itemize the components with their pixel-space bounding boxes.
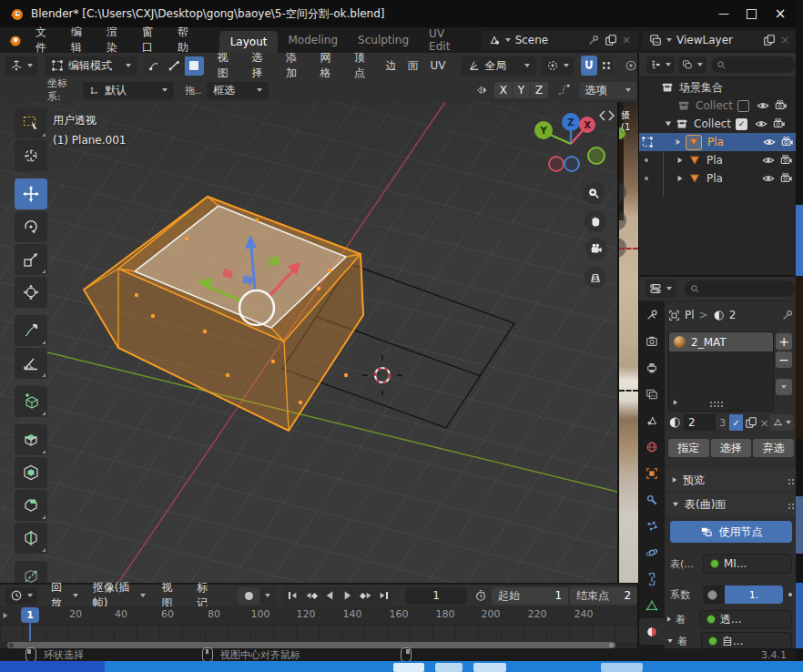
outliner-row-collection-2[interactable]: Collect ✓ — [639, 115, 796, 133]
new-viewlayer-icon[interactable] — [763, 34, 776, 46]
tab-physics[interactable] — [639, 539, 665, 565]
knife-tool[interactable] — [15, 561, 47, 583]
jump-to-end-button[interactable] — [375, 587, 392, 605]
outliner-row-scene-collection[interactable]: 场景集合 — [639, 78, 796, 97]
zoom-view-button[interactable] — [583, 182, 605, 204]
panel-drag-grip[interactable] — [788, 504, 790, 505]
loop-cut-tool[interactable] — [15, 523, 47, 554]
tab-render[interactable] — [639, 328, 665, 354]
expand-icon[interactable] — [678, 176, 683, 181]
menu-face[interactable]: 面 — [402, 58, 424, 74]
tab-modifiers[interactable] — [639, 486, 665, 513]
snap-toggle-button[interactable] — [581, 56, 597, 76]
socket-expand-icon[interactable] — [667, 639, 673, 643]
pin-icon[interactable] — [587, 34, 600, 46]
fake-user-toggle[interactable]: ✓ — [729, 414, 743, 431]
hide-eye-icon[interactable] — [755, 117, 767, 130]
camera-viewport-strip[interactable]: 摄 (1 — [618, 102, 640, 583]
assign-button[interactable]: 指定 — [668, 439, 709, 457]
playback-dropdown[interactable]: 回放 — [45, 587, 85, 605]
menu-edge[interactable]: 边 — [381, 58, 402, 74]
copy-material-icon[interactable] — [745, 416, 757, 429]
list-expand-icon[interactable] — [674, 400, 677, 405]
tab-material[interactable] — [639, 618, 665, 645]
end-frame-field[interactable]: 结束点 2 — [570, 587, 637, 605]
add-material-slot-button[interactable]: + — [776, 333, 792, 350]
scale-tool[interactable] — [15, 244, 47, 275]
pivot-dropdown[interactable] — [542, 56, 574, 76]
transform-tool[interactable] — [15, 277, 47, 308]
outliner-row-plane-active[interactable]: Pla — [639, 133, 796, 151]
face-select-button[interactable] — [185, 56, 204, 76]
timeline-channel-area[interactable] — [0, 625, 637, 642]
bevel-tool[interactable] — [15, 490, 47, 521]
properties-editor-type-button[interactable] — [645, 280, 676, 298]
breadcrumb-material-name[interactable]: 2 — [729, 309, 737, 321]
move-tool[interactable] — [15, 178, 47, 209]
tab-constraints[interactable] — [639, 565, 665, 592]
tab-output[interactable] — [639, 354, 665, 381]
drag-mode-dropdown[interactable]: 框选 — [207, 82, 269, 99]
surface-shader-dropdown[interactable]: MI... — [703, 554, 792, 574]
outliner-row-plane-3[interactable]: Pla — [639, 169, 796, 188]
list-resize-grip[interactable] — [710, 402, 712, 403]
mirror-z-button[interactable]: Z — [531, 82, 548, 98]
options-dropdown[interactable]: 选项 — [579, 82, 637, 99]
pan-view-button[interactable] — [584, 210, 606, 232]
use-nodes-button[interactable]: 使用节点 — [670, 521, 792, 543]
menu-vertex[interactable]: 顶点 — [346, 50, 381, 81]
orientation-dropdown[interactable]: 全局 — [462, 56, 536, 76]
menu-file[interactable]: 文件 — [27, 25, 63, 56]
outliner-search-input[interactable] — [711, 56, 796, 73]
tab-tool[interactable] — [639, 301, 665, 328]
rotate-tool[interactable] — [15, 211, 47, 242]
menu-mesh[interactable]: 网格 — [311, 50, 346, 81]
disable-render-icon[interactable] — [773, 117, 786, 130]
remove-material-slot-button[interactable]: − — [776, 351, 792, 368]
breadcrumb-object-name[interactable]: Pl — [685, 309, 695, 321]
blender-menu-icon[interactable] — [7, 33, 22, 47]
outliner-display-dropdown[interactable] — [646, 56, 675, 74]
annotate-tool[interactable] — [15, 315, 47, 346]
factor-slider[interactable]: 1. — [703, 585, 783, 604]
play-button[interactable] — [339, 587, 356, 605]
surface-panel-header[interactable]: 表(曲)面 — [666, 494, 803, 515]
viewlayer-selector[interactable]: ViewLayer × — [643, 31, 796, 50]
material-slot-active[interactable]: 2_MAT — [669, 332, 773, 351]
unlink-material-icon[interactable]: × — [759, 416, 769, 430]
unlink-scene-icon[interactable]: × — [622, 34, 631, 46]
timeline-scrollbar[interactable] — [7, 642, 615, 648]
play-reverse-button[interactable] — [320, 587, 338, 605]
timeline-expand-icon[interactable] — [4, 613, 8, 618]
menu-uv[interactable]: UV — [424, 59, 452, 72]
pin-icon[interactable] — [781, 309, 794, 321]
autokey-toggle-button[interactable] — [238, 587, 259, 605]
snap-options-dropdown[interactable] — [599, 56, 614, 76]
edge-select-button[interactable] — [165, 56, 184, 76]
tab-view-layer[interactable] — [639, 381, 665, 407]
measure-tool[interactable] — [15, 348, 47, 379]
socket-expand-icon[interactable] — [667, 616, 671, 622]
jump-to-start-button[interactable] — [284, 587, 301, 605]
material-name-field[interactable]: 2 — [684, 414, 716, 431]
scene-selector[interactable]: Scene × — [482, 31, 637, 50]
new-scene-icon[interactable] — [605, 34, 617, 46]
editor-type-button[interactable] — [5, 56, 37, 76]
camera-view-button[interactable] — [585, 238, 607, 260]
current-frame-indicator[interactable]: 1 — [21, 607, 39, 623]
mode-dropdown[interactable]: 编辑模式 — [45, 56, 137, 76]
ortho-toggle-button[interactable] — [584, 267, 606, 289]
mirror-y-button[interactable]: Y — [513, 82, 530, 98]
menu-window[interactable]: 窗口 — [134, 25, 169, 56]
timeline-ruler[interactable]: 20 40 60 80 100 120 140 160 180 200 220 … — [0, 606, 637, 625]
mirror-x-button[interactable]: X — [494, 82, 512, 98]
properties-search-input[interactable] — [684, 280, 796, 297]
menu-render[interactable]: 渲染 — [98, 25, 134, 56]
add-cube-tool[interactable] — [15, 386, 47, 417]
tab-scene[interactable] — [639, 407, 665, 433]
falloff-icon[interactable] — [557, 84, 570, 97]
cursor-tool[interactable] — [15, 140, 47, 171]
tab-modeling[interactable]: Modeling — [278, 34, 348, 46]
minimize-button[interactable]: — — [710, 0, 737, 27]
node-specials-dropdown[interactable] — [769, 414, 794, 431]
